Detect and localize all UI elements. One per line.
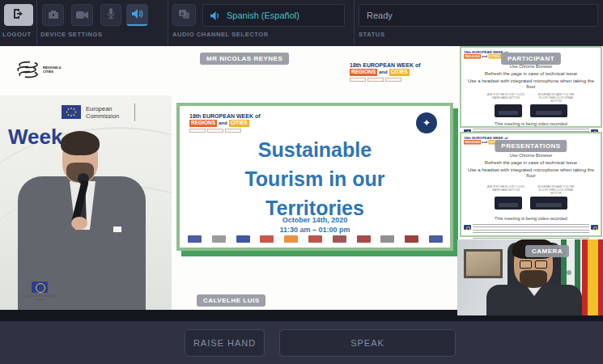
- camera-badge: CAMERA: [525, 245, 569, 257]
- instruction-line2: Refresh the page in case of technical is…: [461, 160, 601, 166]
- toolbar-divider: [168, 0, 168, 46]
- svg-text:A: A: [180, 11, 185, 16]
- channel-speaker-icon: [210, 11, 221, 20]
- pocket-square: [113, 226, 121, 232]
- slide-partner-logos: [188, 235, 443, 243]
- slide-event-logo-date-chips: [189, 129, 261, 133]
- backdrop-divider: [134, 104, 135, 121]
- microphone-device-button[interactable]: [100, 4, 121, 26]
- speaker-device-button[interactable]: [126, 4, 148, 26]
- microphone-icon: [107, 8, 115, 23]
- cor-flag-icon: [32, 281, 48, 293]
- slide-event-logo-regions: REGIONS: [189, 120, 217, 127]
- current-speaker-badge: CALVELHE LUIS: [197, 294, 265, 307]
- selected-audio-channel: Spanish (Español): [227, 11, 299, 20]
- slide-event-logo: 18th EUROPEAN WEEK of REGIONS and CITIES: [189, 113, 261, 133]
- raise-hand-button[interactable]: RAISE HAND: [185, 329, 265, 357]
- slide-event-logo-line1: 18th EUROPEAN WEEK of: [189, 113, 261, 119]
- regions-cities-logo-text: REGIONS & CITIES: [43, 66, 64, 74]
- event-logo-cities: CITIES: [389, 69, 410, 76]
- presentation-slide: 18th EUROPEAN WEEK of REGIONS and CITIES…: [176, 103, 453, 251]
- device-settings-button[interactable]: [42, 4, 64, 26]
- logout-label: LOGOUT: [2, 31, 32, 38]
- logout-button[interactable]: [4, 4, 33, 26]
- slide-time: 11:30 am – 01:00 pm: [180, 226, 450, 234]
- audio-channel-label: AUDIO CHANNEL SELECTOR: [172, 31, 269, 38]
- logout-icon: [12, 8, 25, 23]
- presentations-badge: PRESENTATIONS: [495, 140, 567, 152]
- slide-title: Sustainable Tourism in our Territories: [180, 135, 450, 222]
- status-label: STATUS: [359, 31, 385, 38]
- regions-cities-logo: REGIONS & CITIES: [16, 61, 64, 78]
- instruction-line3: Use a headset with integrated microphone…: [461, 167, 601, 179]
- participant-instructions-panel[interactable]: PARTICIPANT 18th EUROPEAN WEEK of REGION…: [460, 46, 602, 128]
- european-commission-wordmark: EuropeanCommission: [86, 105, 119, 120]
- event-logo-line1: 18th EUROPEAN WEEK of: [350, 62, 421, 68]
- device-settings-label: DEVICE SETTINGS: [40, 31, 103, 38]
- stage-video-feed: Week EuropeanCommission: [0, 95, 172, 310]
- status-value: Ready: [367, 11, 393, 20]
- participant-badge: PARTICIPANT: [501, 53, 561, 65]
- event-logo-date-chips: [350, 78, 421, 82]
- speak-button[interactable]: SPEAK: [279, 329, 456, 357]
- caption-raise-hand: ASK FOR THE FLOOR ? CLICK RAISE HAND BUT…: [485, 94, 527, 103]
- committee-of-regions-logo: European Committee of the Regions: [21, 281, 58, 301]
- camera-user-beard: [520, 270, 547, 288]
- legal-fine-print: [473, 224, 589, 239]
- speaker-hand: [71, 217, 87, 230]
- audio-channel-selector[interactable]: Spanish (Español): [202, 4, 345, 27]
- slide-event-logo-and: and: [219, 121, 227, 125]
- slide-org-circle-logo: ✦: [416, 112, 437, 133]
- wall-picture-frame: [464, 249, 503, 278]
- camera-device-button[interactable]: [71, 4, 93, 26]
- event-header-logo: 18th EUROPEAN WEEK of REGIONS and CITIES: [350, 62, 421, 82]
- presentations-instructions-panel[interactable]: PRESENTATIONS 18th EUROPEAN WEEK of REGI…: [460, 132, 602, 237]
- status-field[interactable]: Ready: [359, 4, 598, 27]
- recording-notice: This meeting is being video recorded: [461, 121, 601, 126]
- mini-eu-logo: [464, 225, 471, 230]
- caption-speak: MODERATOR GAVE YOU THE FLOOR THEN CLICK …: [535, 186, 577, 195]
- button-screenshots: [461, 197, 601, 210]
- recording-notice: This meeting is being video recorded: [461, 216, 601, 221]
- cor-logo-caption: European Committee of the Regions: [21, 294, 58, 301]
- audio-channel-icon-button[interactable]: A: [172, 4, 196, 26]
- caption-speak: MODERATOR GAVE YOU THE FLOOR THEN CLICK …: [535, 94, 577, 103]
- event-logo-and: and: [379, 70, 388, 74]
- translate-icon: A: [178, 8, 190, 23]
- mini-eu-logo: [591, 225, 598, 230]
- speaker-hair: [61, 131, 100, 155]
- slide-event-logo-cities: CITIES: [229, 120, 249, 127]
- toolbar-divider: [354, 0, 355, 46]
- instruction-line1: Use Chrome Browser: [461, 153, 601, 158]
- bottom-action-bar: RAISE HAND SPEAK: [0, 321, 603, 364]
- spain-flag: [582, 239, 603, 315]
- slide-date: October 14th, 2020: [180, 216, 450, 224]
- button-screenshots: [461, 104, 601, 117]
- instruction-line3: Use a headset with integrated microphone…: [461, 78, 601, 90]
- glasses-icon: [517, 260, 550, 269]
- eu-flag-icon: [62, 105, 81, 119]
- top-toolbar: LOGOUT DEVICE SETTINGS A: [0, 0, 603, 46]
- video-camera-icon: [76, 8, 88, 23]
- speaker-name-badge: MR NICOLAS REYNES: [200, 53, 289, 65]
- speaker-icon: [132, 7, 143, 22]
- backdrop-week-text: Week: [8, 125, 62, 150]
- instruction-line2: Refresh the page in case of technical is…: [461, 71, 601, 77]
- camera-user-body: [486, 285, 582, 315]
- interpretation-platform-window: LOGOUT DEVICE SETTINGS A: [0, 0, 603, 364]
- toolbar-divider: [36, 0, 37, 46]
- caption-raise-hand: ASK FOR THE FLOOR ? CLICK RAISE HAND BUT…: [485, 186, 527, 195]
- event-logo-regions: REGIONS: [350, 69, 377, 76]
- settings-box-icon: [48, 8, 59, 23]
